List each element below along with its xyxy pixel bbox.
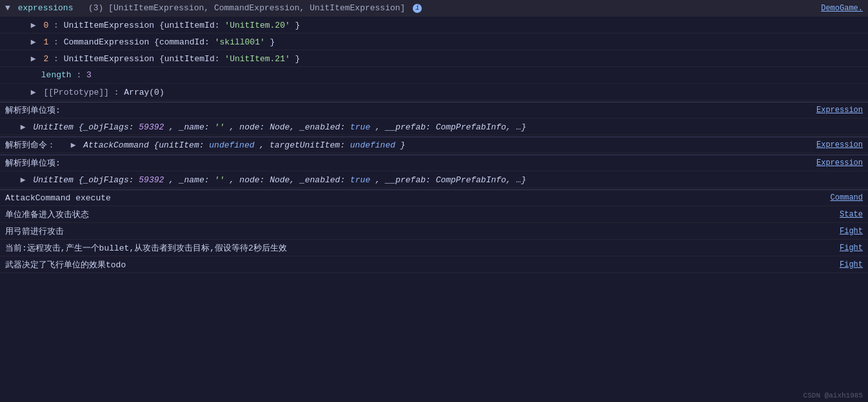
unit-prepare-row[interactable]: 单位准备进入攻击状态 State bbox=[0, 206, 868, 223]
section3-label-text: 解析到单位项: bbox=[5, 158, 61, 168]
range-attack-row[interactable]: 当前:远程攻击,产生一个bullet,从攻击者到攻击目标,假设等待2秒后生效 F… bbox=[0, 240, 868, 256]
section1-header-row[interactable]: 解析到单位项: Expression bbox=[0, 102, 868, 119]
prototype-row[interactable]: ▶ [[Prototype]] : Array(0) bbox=[0, 84, 868, 100]
item-2-close: } bbox=[295, 54, 301, 64]
arrow-attack-link[interactable]: Fight bbox=[840, 227, 863, 236]
item-1-string: 'skill001' bbox=[215, 37, 265, 47]
section1-prefab: , __prefab: CompPrefabInfo, …} bbox=[375, 122, 526, 132]
section1-content: ▶ UnitItem {_objFlags: 59392 , _name: ''… bbox=[5, 122, 868, 132]
item-1-content: ▶ 1 : CommandExpression {commandId: 'ski… bbox=[5, 37, 868, 47]
section2-undefined2: undefined bbox=[350, 140, 395, 150]
length-content: length : 3 bbox=[5, 70, 868, 80]
section1-content-row[interactable]: ▶ UnitItem {_objFlags: 59392 , _name: ''… bbox=[0, 119, 868, 135]
section3-link[interactable]: Expression bbox=[816, 158, 863, 168]
section3-content-row[interactable]: ▶ UnitItem {_objFlags: 59392 , _name: ''… bbox=[0, 171, 868, 188]
expressions-link[interactable]: DemoGame. bbox=[821, 4, 863, 13]
prototype-value: Array(0) bbox=[124, 88, 164, 97]
range-attack-link[interactable]: Fight bbox=[840, 244, 863, 253]
section1-label-text: 解析到单位项: bbox=[5, 106, 61, 115]
item-0-string: 'UnitItem.20' bbox=[224, 21, 290, 30]
length-key: length bbox=[41, 70, 72, 80]
section3-objflags-val: 59392 bbox=[139, 175, 164, 185]
item-2-string: 'UnitItem.21' bbox=[224, 54, 290, 64]
section1-name-key: , _name: bbox=[169, 122, 214, 132]
prototype-colon: : bbox=[114, 88, 124, 97]
expressions-header-content: ▼ expressions (3) [UnitItemExpression, C… bbox=[5, 3, 816, 13]
info-icon[interactable]: i bbox=[413, 4, 422, 13]
arrow-attack-right[interactable]: Fight bbox=[816, 227, 868, 236]
section2-target: , targetUnitItem: bbox=[259, 140, 350, 150]
item-2-row[interactable]: ▶ 2 : UnitItemExpression {unitItemId: 'U… bbox=[0, 50, 868, 67]
item-0-triangle: ▶ bbox=[31, 21, 36, 30]
section3-header-row[interactable]: 解析到单位项: Expression bbox=[0, 155, 868, 171]
item-2-triangle: ▶ bbox=[31, 54, 36, 64]
prototype-content: ▶ [[Prototype]] : Array(0) bbox=[5, 87, 868, 97]
section3-content: ▶ UnitItem {_objFlags: 59392 , _name: ''… bbox=[5, 175, 868, 185]
item-1-colon: : bbox=[54, 37, 64, 47]
unit-prepare-right[interactable]: State bbox=[816, 210, 868, 219]
item-0-value: UnitItemExpression {unitItemId: bbox=[64, 21, 225, 30]
section3-node: , node: Node, _enabled: bbox=[230, 175, 350, 185]
section3-right[interactable]: Expression bbox=[816, 158, 868, 168]
weapon-effect-content: 武器决定了飞行单位的效果todo bbox=[5, 259, 816, 271]
section3-triangle: ▶ bbox=[21, 175, 26, 185]
length-value: 3 bbox=[86, 70, 92, 80]
item-0-index: 0 bbox=[43, 21, 48, 30]
range-attack-text: 当前:远程攻击,产生一个bullet,从攻击者到攻击目标,假设等待2秒后生效 bbox=[5, 244, 287, 253]
prototype-triangle: ▶ bbox=[31, 88, 36, 97]
unit-prepare-link[interactable]: State bbox=[840, 210, 863, 219]
arrow-attack-row[interactable]: 用弓箭进行攻击 Fight bbox=[0, 223, 868, 240]
item-2-colon: : bbox=[54, 54, 64, 64]
weapon-effect-link[interactable]: Fight bbox=[840, 260, 863, 269]
range-attack-content: 当前:远程攻击,产生一个bullet,从攻击者到攻击目标,假设等待2秒后生效 bbox=[5, 242, 816, 254]
section2-attack-cmd: AttackCommand {unitItem: bbox=[83, 140, 209, 150]
length-colon: : bbox=[76, 70, 86, 80]
section1-link[interactable]: Expression bbox=[816, 106, 863, 115]
section3-enabled-val: true bbox=[350, 175, 370, 185]
item-2-index: 2 bbox=[43, 54, 48, 64]
section3-prefab: , __prefab: CompPrefabInfo, …} bbox=[375, 175, 526, 185]
section2-header-content: 解析到命令： ▶ AttackCommand {unitItem: undefi… bbox=[5, 139, 816, 151]
watermark: CSDN @aixh1985 bbox=[804, 392, 863, 399]
section1-node: , node: Node, _enabled: bbox=[230, 122, 350, 132]
section3-name-val: '' bbox=[214, 175, 224, 185]
attack-execute-right[interactable]: Command bbox=[816, 193, 868, 202]
expressions-count: (3) [UnitItemExpression, CommandExpressi… bbox=[88, 3, 405, 13]
item-0-row[interactable]: ▶ 0 : UnitItemExpression {unitItemId: 'U… bbox=[0, 17, 868, 34]
expressions-header-row[interactable]: ▼ expressions (3) [UnitItemExpression, C… bbox=[0, 0, 868, 17]
section2-header-row[interactable]: 解析到命令： ▶ AttackCommand {unitItem: undefi… bbox=[0, 137, 868, 153]
prototype-key: [[Prototype]] bbox=[43, 88, 108, 97]
section1-right[interactable]: Expression bbox=[816, 106, 868, 115]
item-1-close: } bbox=[270, 37, 275, 47]
arrow-attack-text: 用弓箭进行攻击 bbox=[5, 227, 64, 236]
expressions-space bbox=[78, 3, 83, 13]
item-1-index: 1 bbox=[43, 37, 48, 47]
section3-unit-item: UnitItem {_objFlags: bbox=[33, 175, 139, 185]
item-0-content: ▶ 0 : UnitItemExpression {unitItemId: 'U… bbox=[5, 20, 868, 30]
triangle-down-icon: ▼ bbox=[5, 3, 10, 13]
item-1-row[interactable]: ▶ 1 : CommandExpression {commandId: 'ski… bbox=[0, 34, 868, 50]
section1-objflags-val: 59392 bbox=[139, 122, 164, 132]
item-2-content: ▶ 2 : UnitItemExpression {unitItemId: 'U… bbox=[5, 53, 868, 64]
weapon-effect-right[interactable]: Fight bbox=[816, 260, 868, 269]
item-1-value: CommandExpression {commandId: bbox=[64, 37, 215, 47]
section2-link[interactable]: Expression bbox=[816, 140, 863, 149]
attack-execute-row[interactable]: AttackCommand execute Command bbox=[0, 189, 868, 206]
console-container: ▼ expressions (3) [UnitItemExpression, C… bbox=[0, 0, 868, 402]
section1-header-label: 解析到单位项: bbox=[5, 104, 816, 116]
range-attack-right[interactable]: Fight bbox=[816, 244, 868, 253]
section2-right[interactable]: Expression bbox=[816, 140, 868, 149]
item-0-close: } bbox=[295, 21, 301, 30]
attack-execute-content: AttackCommand execute bbox=[5, 193, 816, 203]
expressions-key: expressions bbox=[18, 3, 74, 13]
section2-label-text: 解析到命令： bbox=[5, 140, 55, 150]
section1-name-val: '' bbox=[214, 122, 224, 132]
length-row[interactable]: length : 3 bbox=[0, 67, 868, 84]
arrow-attack-content: 用弓箭进行攻击 bbox=[5, 225, 816, 237]
expressions-right[interactable]: DemoGame. bbox=[816, 4, 868, 13]
unit-prepare-text: 单位准备进入攻击状态 bbox=[5, 210, 89, 220]
section1-enabled-val: true bbox=[350, 122, 370, 132]
section1-triangle: ▶ bbox=[21, 122, 26, 132]
weapon-effect-row[interactable]: 武器决定了飞行单位的效果todo Fight bbox=[0, 256, 868, 273]
attack-execute-link[interactable]: Command bbox=[831, 193, 863, 202]
